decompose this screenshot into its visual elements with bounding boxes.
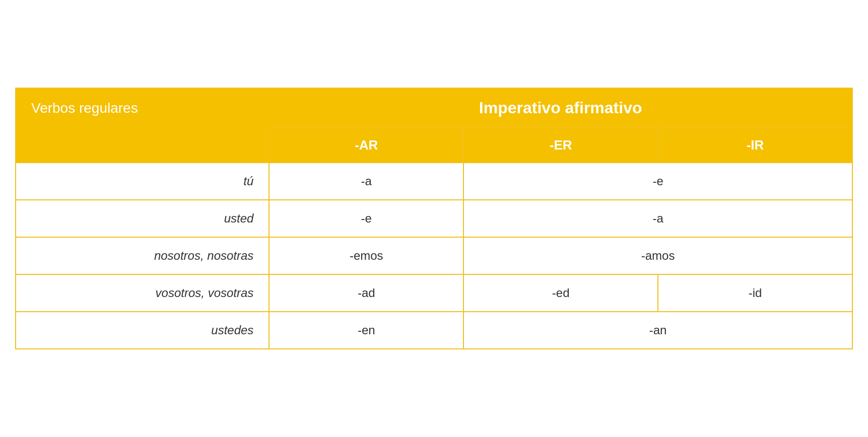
er-cell: -ed [463,274,658,312]
pronoun-cell: ustedes [16,312,269,349]
er-ir-merged-cell: -e [463,163,852,200]
table-row: vosotros, vosotras-ad-ed-id [16,274,852,312]
pronoun-cell: nosotros, nosotras [16,237,269,274]
header-er: -ER [463,128,658,163]
er-ir-merged-cell: -amos [463,237,852,274]
ar-cell: -e [269,200,463,237]
empty-header-cell [16,128,269,163]
table-title-left: Verbos regulares [16,88,269,128]
page-container: Verbos regulares Imperativo afirmativo -… [0,0,868,437]
table-body: tú-a-eusted-e-anosotros, nosotras-emos-a… [16,163,852,349]
column-header-row: -AR -ER -IR [16,128,852,163]
table-row: usted-e-a [16,200,852,237]
pronoun-cell: usted [16,200,269,237]
pronoun-cell: vosotros, vosotras [16,274,269,312]
table-row: tú-a-e [16,163,852,200]
header-ir: -IR [658,128,852,163]
conjugation-table: Verbos regulares Imperativo afirmativo -… [15,88,853,349]
table-row: ustedes-en-an [16,312,852,349]
er-ir-merged-cell: -an [463,312,852,349]
ar-cell: -en [269,312,463,349]
ar-cell: -emos [269,237,463,274]
table-title-right: Imperativo afirmativo [269,88,852,128]
title-row: Verbos regulares Imperativo afirmativo [16,88,852,128]
header-ar: -AR [269,128,463,163]
pronoun-cell: tú [16,163,269,200]
ir-cell: -id [658,274,852,312]
ar-cell: -ad [269,274,463,312]
er-ir-merged-cell: -a [463,200,852,237]
ar-cell: -a [269,163,463,200]
table-row: nosotros, nosotras-emos-amos [16,237,852,274]
